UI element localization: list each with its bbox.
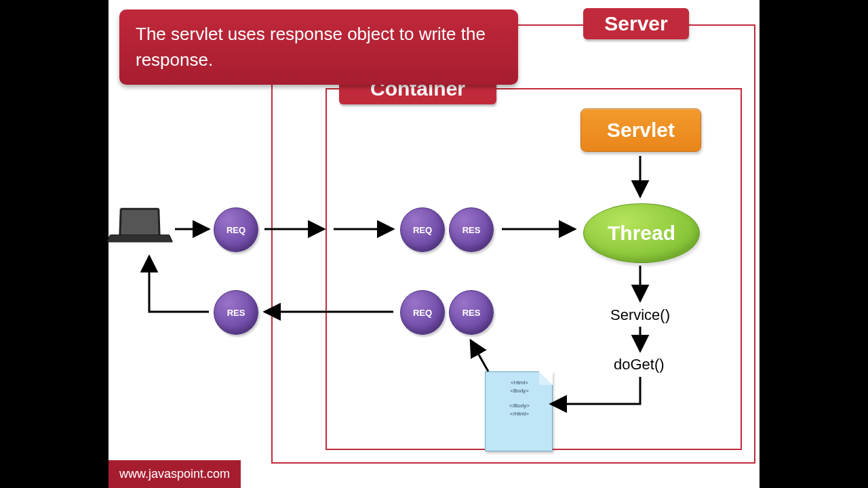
servlet-box: Servlet (580, 108, 701, 152)
service-method: Service() (610, 306, 670, 324)
res-bubble-container: RES (449, 207, 494, 252)
req-bubble-client: REQ (214, 207, 258, 252)
doc-line-3: </Body> (491, 402, 548, 410)
diagram-canvas: Server Container The servlet uses respon… (108, 0, 760, 488)
doc-line-2: <Body> (491, 387, 548, 395)
stage: Server Container The servlet uses respon… (0, 0, 868, 488)
caption-box: The servlet uses response object to writ… (119, 9, 518, 85)
server-label: Server (583, 8, 689, 39)
thread-ellipse: Thread (583, 203, 700, 263)
html-document-icon: <Html> <Body> </Body> </Html> (485, 371, 553, 451)
res-bubble-return: RES (449, 290, 494, 335)
req-bubble-container: REQ (400, 207, 445, 252)
laptop-icon (110, 207, 171, 262)
watermark: www.javaspoint.com (108, 460, 241, 488)
doget-method: doGet() (614, 356, 665, 373)
res-bubble-client: RES (214, 290, 258, 335)
req-bubble-return: REQ (400, 290, 445, 335)
doc-line-4: </Html> (491, 410, 548, 418)
doc-line-1: <Html> (491, 379, 548, 387)
